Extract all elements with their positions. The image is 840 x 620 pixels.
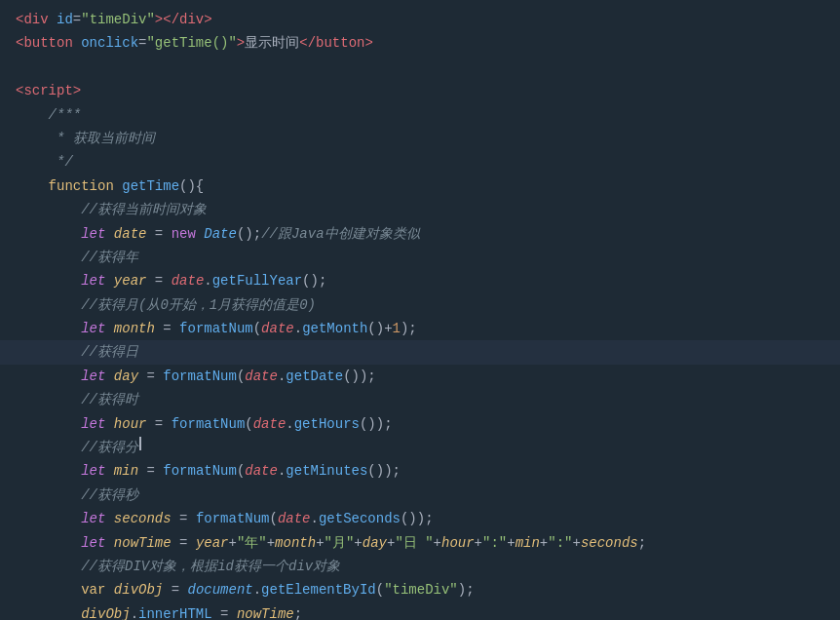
code-line-3 [0, 56, 840, 79]
code-line-16: let day = formatNum(date.getDate()); [0, 365, 840, 388]
code-line-18: let hour = formatNum(date.getHours()); [0, 412, 840, 436]
code-line-5: /*** [0, 103, 840, 127]
code-line-17: //获得时 [0, 388, 840, 411]
code-line-22: let seconds = formatNum(date.getSeconds(… [0, 507, 840, 530]
code-line-1: <div id="timeDiv"></div> [0, 8, 840, 31]
code-line-11: //获得年 [0, 246, 840, 269]
code-line-4: <script> [0, 79, 840, 102]
code-line-9: //获得当前时间对象 [0, 198, 840, 221]
code-line-23: let nowTime = year+"年"+month+"月"+day+"日 … [0, 531, 840, 555]
code-line-13: //获得月(从0开始，1月获得的值是0) [0, 293, 840, 317]
code-line-26: divObj.innerHTML = nowTime; [0, 602, 840, 620]
code-line-12: let year = date.getFullYear(); [0, 269, 840, 292]
code-line-2: <button onclick="getTime()">显示时间</button… [0, 31, 840, 55]
code-line-14: let month = formatNum(date.getMonth()+1)… [0, 317, 840, 340]
code-line-21: //获得秒 [0, 484, 840, 507]
code-line-7: */ [0, 150, 840, 174]
code-line-19: //获得分 [0, 436, 840, 459]
code-editor: <div id="timeDiv"></div> <button onclick… [0, 0, 840, 620]
code-line-10: let date = new Date();//跟Java中创建对象类似 [0, 222, 840, 246]
code-line-20: let min = formatNum(date.getMinutes()); [0, 459, 840, 483]
code-line-8: function getTime(){ [0, 174, 840, 198]
code-line-25: var divObj = document.getElementById("ti… [0, 578, 840, 601]
code-line-15: //获得日 [0, 340, 840, 364]
code-line-6: * 获取当前时间 [0, 127, 840, 150]
text-cursor [139, 437, 141, 450]
code-line-24: //获得DIV对象，根据id获得一个div对象 [0, 555, 840, 578]
